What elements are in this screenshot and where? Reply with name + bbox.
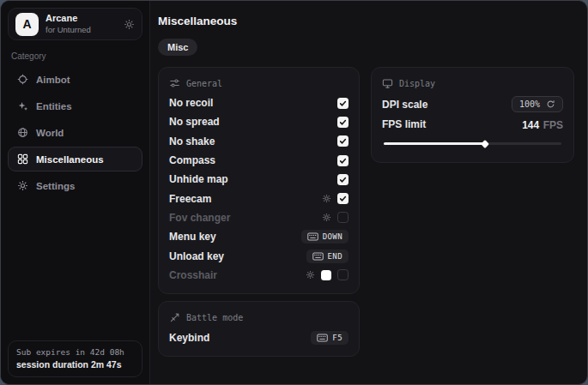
general-card-title: General <box>186 79 222 88</box>
sidebar-item-label: Entities <box>36 101 72 111</box>
monitor-icon <box>382 78 393 89</box>
battle-card-title: Battle mode <box>186 313 243 322</box>
color-swatch[interactable] <box>321 270 331 280</box>
checkbox[interactable] <box>337 193 349 204</box>
keyboard-icon <box>312 252 324 261</box>
cards-container: General No recoilNo spreadNo shakeCompas… <box>158 67 574 357</box>
general-card-header: General <box>169 78 349 88</box>
setting-controls <box>337 135 349 147</box>
setting-controls <box>337 174 349 185</box>
setting-label: Menu key <box>169 231 216 243</box>
page-title: Miscellaneous <box>158 15 574 27</box>
setting-controls <box>322 212 349 223</box>
battle-mode-card: Battle mode KeybindF5 <box>158 301 360 357</box>
grid-icon <box>17 153 28 165</box>
setting-row-menu-key: Menu keyDOWN <box>169 227 349 246</box>
keyboard-icon <box>307 232 318 241</box>
setting-label: No shake <box>169 135 215 147</box>
keybind-badge[interactable]: END <box>306 250 349 263</box>
setting-row-no-recoil: No recoil <box>169 93 349 112</box>
battle-card-header: Battle mode <box>169 312 349 323</box>
sidebar-item-label: Miscellaneous <box>36 154 104 165</box>
sub-expires-text: Sub expires in 42d 08h <box>16 347 134 357</box>
setting-label: Unhide map <box>169 173 228 185</box>
row-settings-gear-icon[interactable] <box>322 213 331 222</box>
dpi-scale-label: DPI scale <box>382 99 427 111</box>
setting-label: Unload key <box>169 250 224 262</box>
sidebar-item-entities[interactable]: Entities <box>8 93 142 118</box>
brand-card: A Arcane for Unturned <box>8 8 142 40</box>
sliders-icon <box>169 78 180 88</box>
setting-label: Crosshair <box>169 269 217 281</box>
sidebar-item-label: World <box>36 128 64 138</box>
tab-bar: Misc <box>158 39 574 56</box>
fps-limit-slider[interactable] <box>384 142 561 145</box>
setting-controls <box>322 193 349 204</box>
setting-row-no-spread: No spread <box>169 112 349 131</box>
setting-row-crosshair: Crosshair <box>169 266 349 285</box>
sidebar-item-settings[interactable]: Settings <box>8 173 142 198</box>
setting-label: No recoil <box>169 97 213 109</box>
right-column: Display DPI scale 100% FPS limit 144 <box>371 67 574 163</box>
tab-misc[interactable]: Misc <box>158 39 197 56</box>
setting-controls <box>337 117 349 128</box>
general-card: General No recoilNo spreadNo shakeCompas… <box>158 67 360 294</box>
keybind-value: END <box>328 252 342 261</box>
display-card-title: Display <box>399 79 435 88</box>
sparkles-icon <box>17 100 28 111</box>
display-card: Display DPI scale 100% FPS limit 144 <box>371 67 574 163</box>
sidebar-item-label: Aimbot <box>36 75 70 85</box>
sidebar: A Arcane for Unturned Category AimbotEnt… <box>1 1 150 384</box>
sidebar-item-aimbot[interactable]: Aimbot <box>8 67 142 92</box>
session-duration-text: session duration 2m 47s <box>16 359 134 370</box>
checkbox[interactable] <box>337 135 349 147</box>
keybind-badge[interactable]: DOWN <box>301 230 349 244</box>
setting-row-keybind: KeybindF5 <box>169 328 349 347</box>
setting-controls <box>306 269 349 280</box>
checkbox[interactable] <box>337 117 349 128</box>
dpi-scale-row: DPI scale 100% <box>382 94 563 114</box>
fps-limit-value: 144 FPS <box>522 117 563 132</box>
fps-limit-row: FPS limit 144 FPS <box>382 114 563 134</box>
gear-icon <box>17 180 28 191</box>
keybind-badge[interactable]: F5 <box>311 331 349 345</box>
checkbox[interactable] <box>337 174 349 185</box>
setting-label: Compass <box>169 154 215 166</box>
keybind-value: DOWN <box>323 232 342 241</box>
general-rows: No recoilNo spreadNo shakeCompassUnhide … <box>169 93 349 285</box>
setting-row-fov-changer: Fov changer <box>169 208 349 227</box>
slider-thumb[interactable] <box>481 140 489 148</box>
setting-controls: F5 <box>311 331 349 345</box>
setting-controls <box>337 155 349 166</box>
checkbox[interactable] <box>337 155 349 166</box>
setting-label: Keybind <box>169 332 209 344</box>
category-label: Category <box>11 51 139 61</box>
sidebar-item-label: Settings <box>36 181 75 191</box>
crosshair-icon <box>17 74 28 85</box>
app-window: A Arcane for Unturned Category AimbotEnt… <box>0 0 588 385</box>
setting-row-freecam: Freecam <box>169 189 349 208</box>
sword-icon <box>169 312 180 323</box>
checkbox[interactable] <box>337 98 349 109</box>
setting-row-compass: Compass <box>169 151 349 170</box>
row-settings-gear-icon[interactable] <box>306 270 315 280</box>
fps-limit-label: FPS limit <box>382 118 426 130</box>
sidebar-item-miscellaneous[interactable]: Miscellaneous <box>8 147 142 171</box>
setting-controls: END <box>306 250 349 263</box>
sidebar-nav: AimbotEntitiesWorldMiscellaneousSettings <box>8 67 142 200</box>
dpi-scale-value: 100% <box>519 99 540 109</box>
slider-fill <box>384 142 485 145</box>
row-settings-gear-icon[interactable] <box>322 194 331 203</box>
gear-icon[interactable] <box>124 19 135 30</box>
globe-icon <box>17 127 28 138</box>
setting-controls <box>337 98 349 109</box>
refresh-icon[interactable] <box>546 99 555 109</box>
main-content: Miscellaneous Misc General No recoilNo s… <box>150 1 587 384</box>
checkbox[interactable] <box>337 212 349 223</box>
sidebar-item-world[interactable]: World <box>8 120 142 145</box>
checkbox[interactable] <box>337 269 349 280</box>
dpi-scale-control[interactable]: 100% <box>512 96 563 112</box>
setting-label: No spread <box>169 116 220 128</box>
setting-controls: DOWN <box>301 230 349 244</box>
setting-row-unload-key: Unload keyEND <box>169 246 349 265</box>
